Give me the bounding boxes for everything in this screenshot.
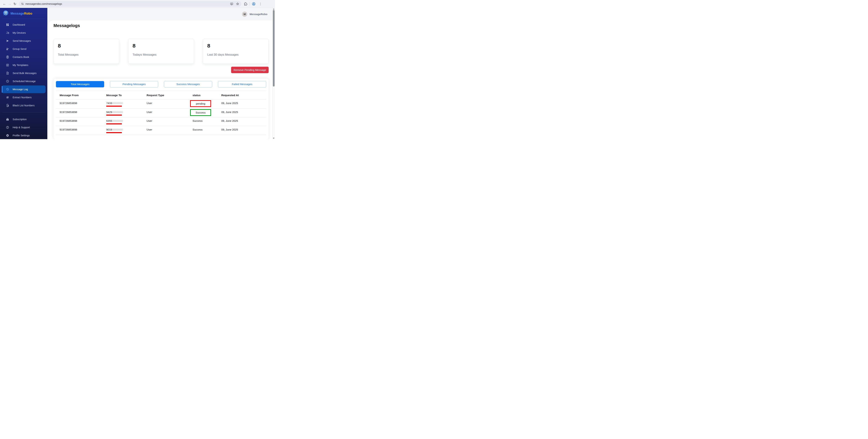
url-text[interactable]: messagerobo.com/messagelogs: [25, 2, 228, 5]
col-message-from: Message From: [56, 91, 102, 100]
sidebar-item-message-log[interactable]: Message Log: [2, 85, 45, 93]
file-icon: [6, 71, 9, 75]
col-request-type: Request Type: [143, 91, 189, 100]
stat-card-last-30-days: 8 Last 30 days Messages: [203, 39, 269, 64]
sidebar-item-scheduled-message[interactable]: Scheduled Message: [0, 77, 48, 85]
sidebar-item-send-messages[interactable]: Send Messages: [0, 37, 48, 45]
sidebar-item-profile-settings[interactable]: Profile Settings: [0, 131, 48, 139]
cell-message-from: 919726853898: [56, 100, 102, 109]
masked-digits: 0000000: [112, 111, 123, 114]
brand: MessageRobo: [0, 8, 48, 19]
cell-requested-at: 09, June 2025: [218, 126, 266, 135]
cell-message-from: 919726853898: [56, 126, 102, 135]
table-row: 919726853898 90160000000 User Success 09…: [56, 126, 266, 135]
sidebar-nav: Dashboard My Devices Send Messages Group…: [0, 21, 48, 139]
contacts-icon: [6, 55, 9, 59]
filter-tabs: Total Messages Pending Messages Success …: [56, 81, 266, 87]
cell-request-type: User: [143, 117, 189, 126]
subscription-icon: [6, 118, 9, 121]
install-icon[interactable]: [230, 2, 233, 5]
stat-value: 8: [207, 43, 264, 49]
cell-message-to: 74330000000: [102, 100, 143, 109]
help-icon: [6, 126, 9, 129]
stat-label: Todays Messages: [132, 53, 190, 57]
stat-value: 8: [58, 43, 115, 49]
col-message-to: Message To: [102, 91, 143, 100]
message-log-table: Message From Message To Request Type sta…: [56, 91, 266, 135]
scrollbar-up-arrow-icon[interactable]: [273, 8, 274, 9]
cell-status: Success: [189, 109, 218, 117]
avatar[interactable]: M: [242, 11, 247, 17]
sidebar-item-extract-numbers[interactable]: Extract Numbers: [0, 93, 48, 101]
extensions-icon[interactable]: [244, 2, 247, 6]
table-row: 919726853898 63550000000 User Success 09…: [56, 117, 266, 126]
sidebar-item-contacts-book[interactable]: Contacts Book: [0, 53, 48, 61]
sidebar-item-subscription[interactable]: Subscription: [0, 115, 48, 123]
address-bar[interactable]: messagerobo.com/messagelogs: [19, 1, 241, 7]
cell-message-to: 94290000000: [102, 109, 143, 117]
page-scrollbar[interactable]: [272, 8, 275, 139]
scrollbar-thumb[interactable]: [273, 10, 275, 87]
sidebar-item-dashboard[interactable]: Dashboard: [0, 21, 48, 29]
stats-row: 8 Total Messages 8 Todays Messages 8 Las…: [54, 39, 269, 64]
tune-icon[interactable]: [21, 2, 24, 5]
stat-label: Last 30 days Messages: [207, 53, 264, 57]
phone-block-icon: [6, 104, 9, 107]
action-row: Remove Pending Message: [54, 67, 269, 73]
profile-icon[interactable]: [252, 2, 256, 6]
sidebar-item-send-bulk-messages[interactable]: Send Bulk Messages: [0, 69, 48, 77]
redaction-underline: [106, 106, 122, 107]
col-status: status: [189, 91, 218, 100]
gear-icon: [6, 134, 9, 137]
devices-icon: [6, 31, 9, 34]
table-row: 919726853898 74330000000 User pending 09…: [56, 100, 266, 109]
status-annotation-green: Success: [190, 109, 211, 116]
cell-message-from: 919726853898: [56, 117, 102, 126]
top-header: M MessageRobo: [48, 8, 272, 20]
browser-toolbar: ← → ↻ messagerobo.com/messagelogs: [0, 0, 275, 8]
messages-table-card: Total Messages Pending Messages Success …: [54, 79, 269, 139]
stat-card-total: 8 Total Messages: [54, 39, 119, 64]
send-icon: [6, 39, 9, 42]
history-icon: [6, 88, 9, 91]
dashboard-icon: [6, 23, 9, 26]
back-icon[interactable]: ←: [2, 1, 7, 6]
forward-icon[interactable]: →: [7, 1, 12, 6]
scrollbar-down-arrow-icon[interactable]: [273, 138, 274, 139]
cell-message-from: 919726853898: [56, 109, 102, 117]
cell-requested-at: 09, June 2025: [218, 117, 266, 126]
cell-request-type: User: [143, 126, 189, 135]
cell-requested-at: 09, June 2025: [218, 109, 266, 117]
cell-message-to: 63550000000: [102, 117, 143, 126]
cell-status: Success: [189, 126, 218, 135]
tab-pending-messages[interactable]: Pending Messages: [110, 81, 158, 87]
sidebar-item-my-devices[interactable]: My Devices: [0, 29, 48, 37]
hash-icon: [6, 96, 9, 99]
tab-success-messages[interactable]: Success Messages: [164, 81, 212, 87]
brand-name: MessageRobo: [10, 12, 32, 16]
masked-digits: 0000000: [112, 101, 123, 105]
stat-label: Total Messages: [58, 53, 115, 57]
page-content: Messagelogs 8 Total Messages 8 Todays Me…: [48, 20, 272, 139]
cell-status: Success: [189, 117, 218, 126]
tab-failed-messages[interactable]: Failed Messages: [218, 81, 266, 87]
reload-icon[interactable]: ↻: [12, 1, 18, 6]
redaction-underline: [106, 115, 122, 116]
bookmark-star-icon[interactable]: [236, 2, 239, 5]
robot-logo-icon: [3, 10, 9, 17]
table-row: 919726853898 94290000000 User Success 09…: [56, 109, 266, 117]
sidebar-item-group-send[interactable]: Group Send: [0, 45, 48, 53]
page-title: Messagelogs: [54, 23, 269, 28]
cell-message-to: 90160000000: [102, 126, 143, 135]
table-header-row: Message From Message To Request Type sta…: [56, 91, 266, 100]
tab-total-messages[interactable]: Total Messages: [56, 81, 104, 87]
col-requested-at: Requested At: [218, 91, 266, 100]
menu-dots-icon[interactable]: ⋮: [258, 1, 263, 6]
remove-pending-message-button[interactable]: Remove Pending Message: [231, 67, 269, 73]
sidebar-item-help-support[interactable]: Help & Support: [0, 123, 48, 131]
sidebar-item-black-list-numbers[interactable]: Black List Numbers: [0, 101, 48, 110]
username[interactable]: MessageRobo: [250, 12, 268, 16]
sidebar-item-my-templates[interactable]: My Templates: [0, 61, 48, 69]
main-area: M MessageRobo Messagelogs 8 Total Messag…: [48, 8, 272, 139]
cell-status: pending: [189, 100, 218, 109]
